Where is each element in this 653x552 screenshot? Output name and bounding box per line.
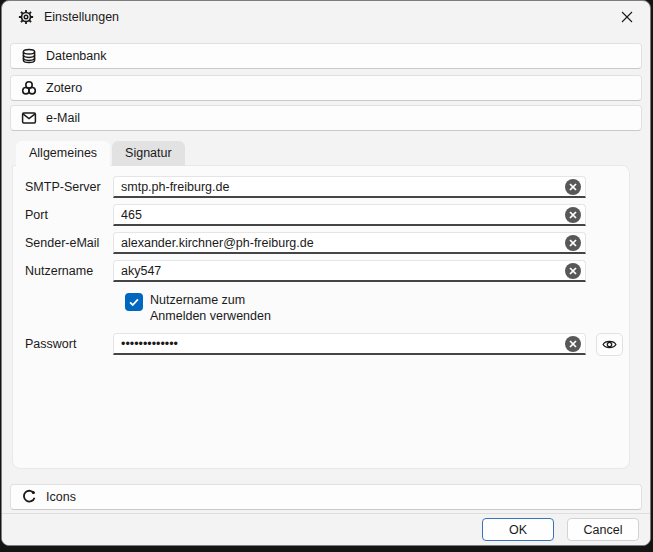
port-label: Port — [25, 208, 113, 222]
section-label: Datenbank — [46, 49, 106, 63]
settings-dialog: Einstellungen Datenbank Zo — [1, 0, 651, 546]
section-label: Zotero — [46, 81, 82, 95]
close-icon[interactable] — [618, 8, 636, 26]
clear-circle-icon[interactable] — [565, 336, 581, 352]
use-username-checkbox-block: Nutzername zum Anmelden verwenden — [125, 292, 629, 324]
section-header-icons[interactable]: Icons — [10, 484, 642, 510]
title-bar: Einstellungen — [2, 1, 650, 33]
section-header-zotero[interactable]: Zotero — [10, 75, 642, 101]
checkmark-icon — [128, 296, 140, 308]
password-label: Passwort — [25, 337, 113, 351]
dialog-footer: OK Cancel — [2, 513, 650, 545]
username-label: Nutzername — [25, 264, 113, 278]
clear-circle-icon[interactable] — [565, 235, 581, 251]
port-input[interactable] — [113, 204, 586, 226]
sender-email-input[interactable] — [113, 232, 586, 254]
password-row: Passwort — [25, 333, 629, 355]
smtp-server-input[interactable] — [113, 176, 586, 198]
tab-allgemeines[interactable]: Allgemeines — [16, 141, 110, 166]
section-header-email[interactable]: e-Mail — [10, 105, 642, 131]
clear-circle-icon[interactable] — [565, 207, 581, 223]
tab-signatur[interactable]: Signatur — [112, 141, 185, 166]
zotero-knot-icon — [21, 80, 37, 96]
email-settings-panel: SMTP-Server Port Sender-eMail — [12, 165, 630, 469]
sender-email-label: Sender-eMail — [25, 236, 113, 250]
gear-icon — [18, 9, 34, 25]
envelope-icon — [21, 110, 37, 126]
password-input[interactable] — [113, 333, 586, 355]
ok-button[interactable]: OK — [482, 518, 554, 541]
section-label: Icons — [46, 490, 76, 504]
smtp-server-row: SMTP-Server — [25, 176, 629, 198]
dialog-title: Einstellungen — [44, 10, 119, 24]
username-row: Nutzername — [25, 260, 629, 282]
database-icon — [21, 48, 37, 64]
section-label: e-Mail — [46, 111, 80, 125]
reveal-password-button[interactable] — [596, 333, 623, 356]
use-username-checkbox-label[interactable]: Nutzername zum Anmelden verwenden — [150, 292, 271, 324]
username-input[interactable] — [113, 260, 586, 282]
refresh-icon — [21, 489, 37, 505]
clear-circle-icon[interactable] — [565, 179, 581, 195]
eye-icon — [602, 337, 617, 352]
email-tab-strip: Allgemeines Signatur — [16, 141, 630, 166]
port-row: Port — [25, 204, 629, 226]
use-username-checkbox[interactable] — [125, 293, 143, 311]
cancel-button[interactable]: Cancel — [567, 518, 639, 541]
smtp-server-label: SMTP-Server — [25, 180, 113, 194]
clear-circle-icon[interactable] — [565, 263, 581, 279]
section-header-datenbank[interactable]: Datenbank — [10, 43, 642, 69]
sender-email-row: Sender-eMail — [25, 232, 629, 254]
